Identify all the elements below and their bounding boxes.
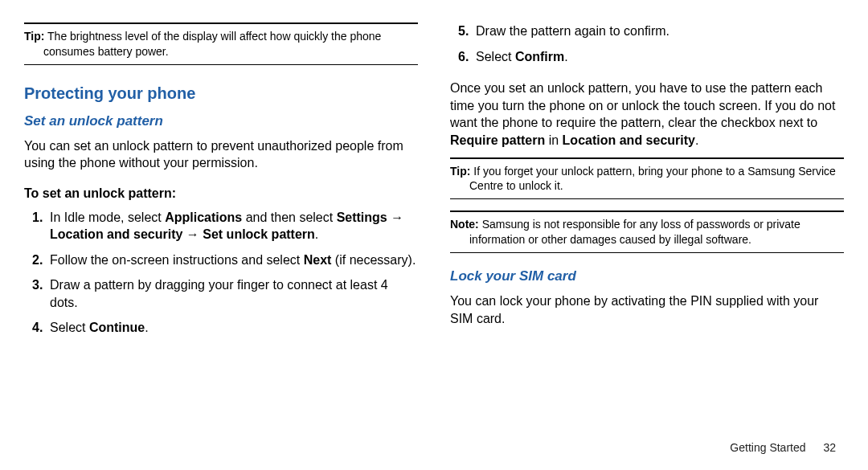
step-1: 1. In Idle mode, select Applications and… [32, 209, 418, 243]
step-5: 5. Draw the pattern again to confirm. [458, 22, 844, 40]
note-label: Note: [450, 218, 479, 231]
tip-brightness: Tip: The brightness level of the display… [24, 22, 418, 65]
tip-label: Tip: [24, 30, 44, 43]
lock-sim-paragraph: You can lock your phone by activating th… [450, 292, 844, 327]
subhead-to-set: To set an unlock pattern: [24, 185, 418, 202]
after-pattern-paragraph: Once you set an unlock pattern, you have… [450, 80, 844, 149]
note-text: Samsung is not responsible for any loss … [469, 218, 800, 246]
step-2: 2. Follow the on-screen instructions and… [32, 251, 418, 269]
step-num: 4. [32, 319, 50, 337]
steps-right: 5. Draw the pattern again to confirm. 6.… [450, 21, 844, 73]
heading-lock-sim: Lock your SIM card [450, 268, 844, 286]
left-column: Tip: The brightness level of the display… [24, 22, 418, 454]
step-4: 4. Select Continue. [32, 319, 418, 337]
tip-text: The brightness level of the display will… [43, 30, 381, 58]
step-num: 2. [32, 251, 50, 269]
intro-paragraph: You can set an unlock pattern to prevent… [24, 137, 418, 172]
right-column: 5. Draw the pattern again to confirm. 6.… [450, 22, 844, 454]
manual-page: Tip: The brightness level of the display… [0, 0, 868, 470]
note-disclaimer: Note: Samsung is not responsible for any… [450, 210, 844, 253]
step-num: 3. [32, 276, 50, 311]
step-6: 6. Select Confirm. [458, 48, 844, 66]
steps-left: 1. In Idle mode, select Applications and… [24, 207, 418, 345]
page-footer: Getting Started 32 [730, 440, 836, 456]
heading-protecting: Protecting your phone [24, 83, 418, 104]
tip-forgot-pattern: Tip: If you forget your unlock pattern, … [450, 157, 844, 200]
step-num: 1. [32, 209, 50, 243]
step-num: 5. [458, 22, 476, 40]
footer-section: Getting Started [730, 441, 805, 454]
heading-set-unlock: Set an unlock pattern [24, 112, 418, 131]
tip-text: If you forget your unlock pattern, bring… [469, 165, 836, 193]
tip-label: Tip: [450, 165, 470, 178]
step-num: 6. [458, 48, 476, 66]
footer-page-number: 32 [823, 441, 836, 454]
step-3: 3. Draw a pattern by dragging your finge… [32, 276, 418, 311]
